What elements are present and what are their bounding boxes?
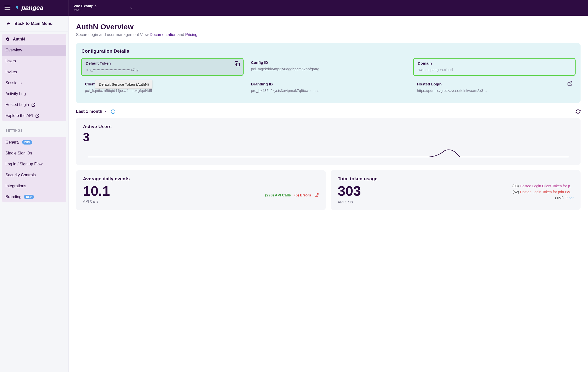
external-link-icon <box>35 114 39 118</box>
token-usage-card: Total token usage 303 API Calls (93) Hos… <box>331 170 581 210</box>
usage-row: (52) Hosted Login Token for pdn-rxv… <box>366 190 574 194</box>
pricing-link[interactable]: Pricing <box>185 33 197 37</box>
nav-item-login-flow[interactable]: Log in / Sign up Flow <box>2 159 66 170</box>
svg-line-2 <box>37 114 39 116</box>
api-calls-stat: (298) API Calls <box>265 193 291 197</box>
config-panel: Configuration Details Default Token pts_… <box>76 43 581 103</box>
nav-item-sessions[interactable]: Sessions <box>2 77 66 88</box>
topbar: pangea Vue Example AWS <box>0 0 588 16</box>
sparkline-chart <box>83 148 574 158</box>
usage-row: (158) Other <box>366 196 574 200</box>
menu-toggle[interactable] <box>4 6 10 10</box>
nav-item-branding[interactable]: Branding DEV <box>2 191 66 202</box>
nav-item-overview[interactable]: Overview <box>2 45 66 56</box>
token-usage-sub: API Calls <box>338 200 361 204</box>
nav-item-general[interactable]: General DEV <box>2 137 66 148</box>
external-link-icon <box>31 103 36 107</box>
external-link-icon[interactable] <box>315 193 319 197</box>
project-selector[interactable]: Vue Example AWS <box>69 0 138 16</box>
refresh-icon[interactable] <box>576 109 581 114</box>
svg-line-9 <box>316 193 318 195</box>
arrow-left-icon <box>6 21 11 26</box>
active-users-card: Active Users 3 <box>76 118 581 165</box>
config-default-token[interactable]: Default Token pts_••••••••••••••••••••••… <box>81 58 244 76</box>
dev-badge: DEV <box>22 140 32 145</box>
token-usage-title: Total token usage <box>338 176 574 182</box>
main-content: AuthN Overview Secure login and user man… <box>69 16 588 372</box>
logo[interactable]: pangea <box>15 4 43 12</box>
page-title: AuthN Overview <box>76 23 581 31</box>
nav-item-sso[interactable]: Single Sign On <box>2 148 66 159</box>
chevron-down-icon <box>130 6 133 9</box>
info-icon[interactable] <box>111 109 115 114</box>
svg-line-1 <box>33 103 35 105</box>
usage-row: (93) Hosted Login Client Token for p… <box>366 184 574 188</box>
back-label: Back to Main Menu <box>14 21 53 26</box>
copy-icon[interactable] <box>234 61 240 67</box>
config-config-id[interactable]: Config ID pci_mgekddo4ftp6jv6agghpcm52nh… <box>247 58 410 76</box>
nav-item-invites[interactable]: Invites <box>2 67 66 77</box>
avg-events-sub: API Calls <box>83 199 319 203</box>
nav-parent-authn[interactable]: AuthN <box>2 34 66 45</box>
config-domain[interactable]: Domain aws.us.pangea.cloud <box>413 58 576 76</box>
avg-events-card: Average daily events 10.1 (298) API Call… <box>76 170 326 210</box>
nav-item-activity-log[interactable]: Activity Log <box>2 88 66 99</box>
nav-item-hosted-login[interactable]: Hosted Login <box>2 99 66 110</box>
period-selector[interactable]: Last 1 month <box>76 109 107 114</box>
caret-down-icon <box>104 110 107 113</box>
active-users-value: 3 <box>83 131 574 143</box>
settings-section-label: SETTINGS <box>0 123 68 135</box>
svg-rect-3 <box>236 63 239 66</box>
shield-check-icon <box>5 37 10 41</box>
dev-badge: DEV <box>24 195 34 199</box>
active-users-title: Active Users <box>83 124 574 129</box>
documentation-link[interactable]: Documentation <box>150 33 177 37</box>
svg-marker-5 <box>105 111 107 112</box>
config-hosted-login[interactable]: Hosted Login https://pdn-rxvgsidzavosetf… <box>413 79 576 96</box>
page-subtitle: Secure login and user management View Do… <box>76 33 581 37</box>
config-title: Configuration Details <box>81 48 576 54</box>
nav-item-users[interactable]: Users <box>2 56 66 67</box>
sidebar: Back to Main Menu AuthN Overview Users I… <box>0 16 69 372</box>
tooltip: Default Service Token (AuthN) <box>95 80 152 89</box>
project-sub: AWS <box>74 8 97 12</box>
nav-item-integrations[interactable]: Integrations <box>2 181 66 191</box>
nav-parent-label: AuthN <box>13 37 25 41</box>
back-to-main[interactable]: Back to Main Menu <box>0 16 68 32</box>
token-usage-value: 303 <box>338 184 361 198</box>
config-branding-id[interactable]: Branding ID pro_bx435s2zysis3ovtpmak7ql6… <box>247 79 410 96</box>
project-name: Vue Example <box>74 4 97 8</box>
nav-item-security-controls[interactable]: Security Controls <box>2 170 66 181</box>
errors-stat: (5) Errors <box>294 193 311 197</box>
avg-events-title: Average daily events <box>83 176 319 182</box>
svg-line-4 <box>569 82 572 84</box>
nav-item-explore-api[interactable]: Explore the API <box>2 110 66 121</box>
external-link-icon[interactable] <box>567 81 573 86</box>
